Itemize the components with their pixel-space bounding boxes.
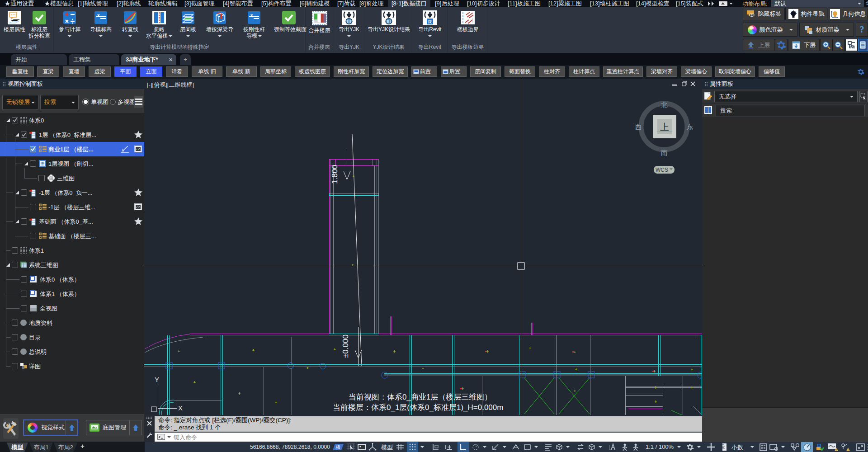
svg-text:东: 东 [687, 123, 693, 131]
svg-text:当前视图：体系0_商业1层（楼层三维图）: 当前视图：体系0_商业1层（楼层三维图） [349, 393, 492, 401]
svg-text:北: 北 [661, 101, 668, 108]
svg-text:WCS: WCS [656, 167, 668, 173]
svg-text:当前楼层：体系0_1层(体系0_标准层1)_H=0.000m: 当前楼层：体系0_1层(体系0_标准层1)_H=0.000m [333, 403, 503, 412]
svg-text:板: 板 [335, 444, 341, 450]
svg-text:X: X [178, 404, 183, 412]
svg-text:西: 西 [635, 123, 642, 131]
svg-text:!: ! [836, 448, 837, 451]
svg-text:±0.000: ±0.000 [341, 334, 350, 358]
svg-text:上: 上 [660, 122, 669, 132]
svg-text:1.800: 1.800 [330, 165, 339, 184]
svg-text:Y: Y [155, 376, 159, 383]
svg-text:R: R [428, 19, 432, 24]
svg-text:[-][俯视][二维线框]: [-][俯视][二维线框] [147, 81, 194, 88]
svg-text:南: 南 [661, 149, 668, 156]
svg-text:!: ! [848, 448, 849, 451]
